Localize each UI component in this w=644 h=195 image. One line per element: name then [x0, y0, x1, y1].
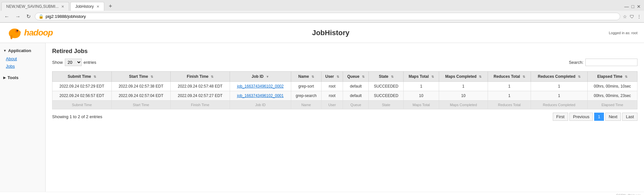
table-cell-9: 10 [439, 91, 488, 101]
footer-col-state: State [369, 101, 404, 109]
top-bar: hadoop JobHistory Logged in as: root [0, 23, 644, 43]
table-cell-3[interactable]: job_1663743496102_0002 [230, 82, 291, 91]
footer-col-finish-time: Finish Time [171, 101, 230, 109]
hadoop-text: hadoop [24, 28, 53, 38]
table-cell-7: SUCCEEDED [369, 82, 404, 91]
entries-label: entries [84, 60, 96, 65]
shield-icon: 🛡 [630, 14, 634, 19]
next-button[interactable]: Next [605, 113, 621, 121]
main-area: ▼ Application About Jobs ▶ Tools Retired… [0, 43, 644, 192]
col-submit-time[interactable]: Submit Time ⇅ [52, 72, 112, 82]
table-header-row: Submit Time ⇅ Start Time ⇅ Finish Time ⇅… [52, 72, 637, 82]
sidebar-tools-header[interactable]: ▶ Tools [0, 73, 45, 82]
table-cell-10: 1 [488, 91, 531, 101]
tab-1-close[interactable]: ✕ [96, 5, 99, 9]
table-cell-10: 1 [488, 82, 531, 91]
sort-job-id-icon: ▼ [266, 75, 269, 78]
reload-button[interactable]: ↻ [25, 13, 32, 20]
footer-col-reduces-completed: Reduces Completed [531, 101, 587, 109]
sort-maps-total-icon: ⇅ [431, 75, 434, 78]
show-label: Show [52, 60, 63, 65]
sort-maps-completed-icon: ⇅ [479, 75, 481, 78]
table-cell-2: 2022.09.24 02:57:27 EDT [171, 91, 230, 101]
col-elapsed-time[interactable]: Elapsed Time ⇅ [587, 72, 637, 82]
sidebar-tools-section: ▶ Tools [0, 73, 45, 82]
showing-text: Showing 1 to 2 of 2 entries [52, 114, 102, 119]
table-cell-0: 2022.09.24 02:57:29 EDT [52, 82, 112, 91]
browser-maximize[interactable]: □ [632, 4, 634, 9]
table-cell-0: 2022.09.24 02:56:57 EDT [52, 91, 112, 101]
footer-col-maps-completed: Maps Completed [439, 101, 488, 109]
table-cell-5: root [321, 82, 343, 91]
jobs-table: Submit Time ⇅ Start Time ⇅ Finish Time ⇅… [52, 71, 637, 109]
job-id-link[interactable]: job_1663743496102_0001 [237, 93, 284, 98]
tab-1[interactable]: JobHistory ✕ [70, 2, 104, 11]
table-cell-1: 2022.09.24 02:57:38 EDT [111, 82, 171, 91]
sidebar-item-jobs[interactable]: Jobs [0, 63, 45, 70]
forward-button[interactable]: → [14, 13, 22, 20]
footer-col-maps-total: Maps Total [404, 101, 439, 109]
table-cell-12: 00hrs, 00mins, 23sec [587, 91, 637, 101]
table-cell-4: grep-search [291, 91, 321, 101]
table-cell-4: grep-sort [291, 82, 321, 91]
footer-col-queue: Queue [343, 101, 369, 109]
bookmark-icon[interactable]: ☆ [623, 14, 627, 19]
col-maps-completed[interactable]: Maps Completed ⇅ [439, 72, 488, 82]
table-cell-3[interactable]: job_1663743496102_0001 [230, 91, 291, 101]
col-finish-time[interactable]: Finish Time ⇅ [171, 72, 230, 82]
new-tab-button[interactable]: + [106, 3, 116, 10]
sort-state-icon: ⇅ [391, 75, 394, 78]
browser-close[interactable]: ✕ [637, 4, 641, 9]
sort-start-time-icon: ⇅ [150, 75, 153, 78]
table-cell-2: 2022.09.24 02:57:48 EDT [171, 82, 230, 91]
browser-minimize[interactable]: — [624, 4, 629, 9]
sort-reduces-completed-icon: ⇅ [578, 75, 580, 78]
entries-select[interactable]: 20 50 100 [65, 59, 82, 66]
last-button[interactable]: Last [622, 113, 637, 121]
url-input[interactable] [46, 14, 617, 19]
tab-1-label: JobHistory [75, 4, 94, 9]
logo: hadoop [7, 25, 53, 40]
first-button[interactable]: First [553, 113, 568, 121]
footer-text: CSDN @Hryxic [616, 193, 641, 195]
back-button[interactable]: ← [3, 13, 11, 20]
tools-arrow: ▶ [3, 76, 6, 79]
col-reduces-total[interactable]: Reduces Total ⇅ [488, 72, 531, 82]
tab-0-close[interactable]: ✕ [61, 5, 64, 9]
logged-in-text: Logged in as: root [609, 31, 637, 35]
col-user[interactable]: User ⇅ [321, 72, 343, 82]
table-cell-1: 2022.09.24 02:57:04 EDT [111, 91, 171, 101]
svg-point-4 [17, 30, 18, 32]
table-cell-6: default [343, 91, 369, 101]
sort-reduces-total-icon: ⇅ [522, 75, 525, 78]
sidebar-application-header[interactable]: ▼ Application [0, 46, 45, 55]
col-reduces-completed[interactable]: Reduces Completed ⇅ [531, 72, 587, 82]
previous-button[interactable]: Previous [569, 113, 593, 121]
sort-name-icon: ⇅ [311, 75, 314, 78]
menu-icon[interactable]: ⋮ [637, 14, 641, 19]
svg-point-3 [10, 35, 13, 39]
page-footer: CSDN @Hryxic [0, 192, 644, 195]
col-maps-total[interactable]: Maps Total ⇅ [404, 72, 439, 82]
footer-col-job-id: Job ID [230, 101, 291, 109]
tab-bar: NEW,NEW_SAVING,SUBMI... ✕ JobHistory ✕ +… [0, 0, 644, 11]
job-id-link[interactable]: job_1663743496102_0002 [237, 84, 284, 89]
application-arrow: ▼ [3, 49, 7, 52]
col-start-time[interactable]: Start Time ⇅ [111, 72, 171, 82]
table-cell-11: 1 [531, 82, 587, 91]
search-label: Search: [569, 60, 583, 65]
col-name[interactable]: Name ⇅ [291, 72, 321, 82]
page-1-button[interactable]: 1 [594, 113, 604, 121]
col-job-id[interactable]: Job ID ▼ [230, 72, 291, 82]
address-bar-row: ← → ↻ 🔒 ☆ 🛡 ⋮ [0, 11, 644, 22]
page: hadoop JobHistory Logged in as: root ▼ A… [0, 23, 644, 192]
address-bar-right: ☆ 🛡 ⋮ [623, 14, 641, 19]
address-bar[interactable]: 🔒 [35, 13, 620, 20]
search-input[interactable] [585, 59, 637, 66]
col-queue[interactable]: Queue ⇅ [343, 72, 369, 82]
sidebar-item-about[interactable]: About [0, 55, 45, 63]
sort-queue-icon: ⇅ [362, 75, 365, 78]
col-state[interactable]: State ⇅ [369, 72, 404, 82]
tab-0[interactable]: NEW,NEW_SAVING,SUBMI... ✕ [1, 2, 69, 11]
table-footer-controls: Showing 1 to 2 of 2 entries First Previo… [52, 113, 637, 121]
